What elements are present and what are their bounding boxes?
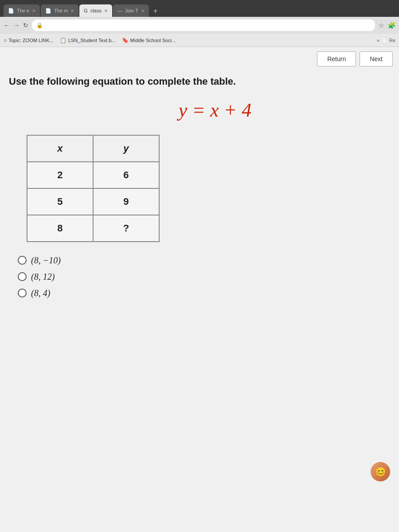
bookmark-lsn-label: LSN_Student Text.b... [68, 38, 116, 43]
cell-y-3: ? [93, 215, 159, 242]
choice-3-text: (8, 4) [31, 288, 50, 298]
bookmark-middle-label: Middle School Soci... [130, 38, 176, 43]
tab-2-label: The m [54, 8, 68, 13]
page-content: Return Next Use the following equation t… [0, 47, 399, 532]
bookmark-lsn[interactable]: 📋 LSN_Student Text.b... [60, 37, 116, 43]
bookmark-zoom-icon: ○ [4, 37, 7, 43]
tab-4-label: Join T [125, 8, 138, 13]
table-container: x y 2 6 5 9 8 ? [27, 135, 386, 242]
bookmark-lsn-icon: 📋 [60, 37, 66, 43]
url-bar-area: ← → ↻ 🔒 ☆ 🧩 [0, 17, 399, 34]
bookmark-more-icon: » [377, 38, 379, 43]
cell-x-3: 8 [27, 215, 93, 242]
table-row: 2 6 [27, 162, 159, 188]
tab-1-label: The e [17, 8, 29, 13]
user-avatar[interactable]: 😊 [371, 462, 390, 481]
refresh-button[interactable]: ↻ [23, 22, 28, 29]
answer-choice-3[interactable]: (8, 4) [18, 288, 386, 298]
bookmark-zoom[interactable]: ○ Topic: ZOOM LINK... [4, 37, 54, 43]
bookmark-zoom-label: Topic: ZOOM LINK... [8, 38, 53, 43]
equation-display: y = x + 4 [44, 99, 386, 121]
new-tab-button[interactable]: + [150, 5, 161, 17]
cell-y-1: 6 [93, 162, 159, 188]
tab-3[interactable]: G class ✕ [79, 4, 112, 17]
tab-3-icon: G [84, 8, 88, 13]
answer-choice-1[interactable]: (8, −10) [18, 255, 386, 266]
tab-1-close[interactable]: ✕ [32, 8, 35, 13]
bookmark-more[interactable]: » 📄 Re [377, 37, 395, 43]
radio-2[interactable] [18, 272, 27, 281]
tab-3-close[interactable]: ✕ [104, 8, 108, 13]
browser-chrome: 📄 The e ✕ 📄 The m ✕ G class ✕ — Join T ✕… [0, 0, 399, 17]
new-tab-icon: + [153, 7, 157, 15]
tab-2[interactable]: 📄 The m ✕ [41, 4, 78, 17]
bookmarks-bar: ○ Topic: ZOOM LINK... 📋 LSN_Student Text… [0, 34, 399, 47]
star-icon[interactable]: ☆ [379, 22, 384, 29]
table-row: 8 ? [27, 215, 159, 242]
extensions-icon[interactable]: 🧩 [388, 22, 395, 29]
col-header-y: y [93, 135, 159, 162]
bookmark-reader-icon: 📄 [381, 37, 387, 43]
cell-x-1: 2 [27, 162, 93, 188]
tab-4-close[interactable]: ✕ [141, 8, 145, 13]
cell-x-2: 5 [27, 188, 93, 215]
choice-1-text: (8, −10) [31, 255, 61, 266]
forward-button[interactable]: → [13, 22, 20, 29]
instruction-text: Use the following equation to complete t… [9, 75, 386, 88]
tab-2-close[interactable]: ✕ [70, 8, 74, 13]
tab-bar: 📄 The e ✕ 📄 The m ✕ G class ✕ — Join T ✕… [4, 3, 395, 17]
tab-2-icon: 📄 [45, 8, 51, 14]
lock-icon: 🔒 [36, 22, 43, 28]
tab-3-label: class [90, 8, 102, 13]
data-table: x y 2 6 5 9 8 ? [27, 135, 160, 242]
tab-4-icon: — [117, 8, 122, 13]
answer-choices: (8, −10) (8, 12) (8, 4) [18, 255, 386, 298]
action-buttons-row: Return Next [0, 47, 399, 71]
col-header-x: x [27, 135, 93, 162]
choice-2-text: (8, 12) [31, 272, 55, 282]
bookmark-reader-label: Re [389, 38, 395, 43]
url-bar[interactable]: 🔒 [32, 20, 375, 31]
main-content: Use the following equation to complete t… [0, 71, 399, 312]
next-button[interactable]: Next [360, 51, 393, 66]
answer-choice-2[interactable]: (8, 12) [18, 272, 386, 282]
cell-y-2: 9 [93, 188, 159, 215]
table-header-row: x y [27, 135, 159, 162]
tab-1-icon: 📄 [8, 8, 14, 14]
table-row: 5 9 [27, 188, 159, 215]
tab-4[interactable]: — Join T ✕ [113, 4, 149, 17]
back-button[interactable]: ← [4, 22, 10, 29]
radio-3[interactable] [18, 289, 27, 297]
bookmark-middle-icon: 🔖 [122, 37, 129, 43]
radio-1[interactable] [18, 256, 27, 265]
return-button[interactable]: Return [317, 51, 356, 66]
tab-1[interactable]: 📄 The e ✕ [4, 4, 40, 17]
bookmark-middle[interactable]: 🔖 Middle School Soci... [122, 37, 176, 43]
